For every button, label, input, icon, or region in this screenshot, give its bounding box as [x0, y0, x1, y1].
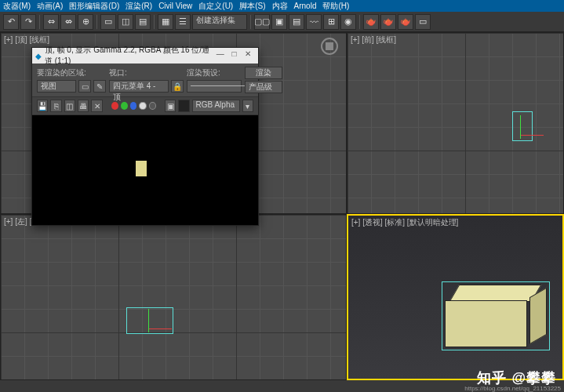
render-window-titlebar[interactable]: ◆ 顶, 帧 0, 显示 Gamma 2.2, RGBA 颜色 16 位/通道 … — [32, 48, 258, 64]
render-frame-icon[interactable]: 🫖 — [380, 14, 396, 30]
area-label: 要渲染的区域: — [37, 67, 106, 78]
toggle-overlay-icon[interactable]: ▣ — [165, 100, 176, 112]
bind-icon[interactable]: ⊕ — [78, 14, 93, 30]
save-icon[interactable]: 💾 — [37, 100, 48, 112]
separator — [96, 15, 97, 29]
layer-icon[interactable]: ▤ — [289, 14, 304, 30]
wireframe-box[interactable] — [512, 111, 533, 141]
alpha-channel-icon[interactable] — [139, 102, 146, 110]
menu-item[interactable]: 动画(A) — [37, 1, 63, 12]
separator — [154, 15, 155, 29]
redo-icon[interactable]: ↷ — [20, 14, 36, 30]
x-axis-icon — [520, 135, 544, 136]
menu-item[interactable]: 脚本(S) — [239, 1, 265, 12]
menu-item[interactable]: 改器(M) — [3, 1, 31, 12]
link-icon[interactable]: ⇔ — [43, 14, 59, 30]
region-icon[interactable]: ▭ — [78, 80, 91, 93]
graph-icon[interactable]: ⊞ — [323, 14, 339, 30]
y-axis-icon — [520, 115, 521, 139]
preset-label: 渲染预设: — [187, 67, 242, 78]
list-icon[interactable]: ☰ — [175, 14, 191, 30]
menu-bar: 改器(M) 动画(A) 图形编辑器(D) 渲染(R) Civil View 自定… — [0, 0, 564, 12]
filter-icon[interactable]: ▦ — [158, 14, 173, 30]
menu-item[interactable]: 自定义(U) — [198, 1, 233, 12]
render-setup-icon[interactable]: 🫖 — [363, 14, 379, 30]
undo-icon[interactable]: ↶ — [3, 14, 19, 30]
copy-icon[interactable]: ⎘ — [50, 100, 61, 112]
viewport-dropdown[interactable]: 四元菜单 4 - 顶 — [109, 80, 169, 93]
unlink-icon[interactable]: ⇎ — [60, 14, 76, 30]
render-output-view[interactable] — [32, 115, 258, 225]
rendered-box — [136, 161, 147, 176]
selection-set-dropdown[interactable]: 创建选择集 — [192, 14, 247, 30]
crossing-icon[interactable]: ▤ — [135, 14, 151, 30]
box-object[interactable] — [445, 285, 547, 347]
channel-config-icon[interactable]: ▾ — [242, 100, 253, 112]
menu-item[interactable]: Civil View — [158, 2, 192, 10]
viewport-perspective[interactable]: [+] [透视] [标准] [默认明暗处理] — [347, 214, 564, 380]
area-dropdown[interactable]: 视图 — [37, 80, 76, 93]
separator — [39, 15, 40, 29]
menu-item[interactable]: 帮助(H) — [322, 1, 349, 12]
watermark-url: https://blog.csdn.net/qq_21153225 — [464, 385, 561, 392]
red-channel-icon[interactable] — [111, 102, 118, 110]
separator — [359, 15, 360, 29]
select-icon[interactable]: ▭ — [100, 14, 116, 30]
print-icon[interactable]: 🖶 — [78, 100, 89, 112]
render-options-row: 要渲染的区域: 视图 ▭ ✎ 视口: 四元菜单 4 - 顶 🔒 渲染预设: ——… — [32, 64, 258, 96]
window-icon[interactable]: ◫ — [118, 14, 133, 30]
render-button[interactable]: 渲染 — [245, 67, 282, 79]
render-window: ◆ 顶, 帧 0, 显示 Gamma 2.2, RGBA 颜色 16 位/通道 … — [31, 47, 259, 226]
menu-item[interactable]: Arnold — [294, 2, 317, 10]
viewport-left[interactable]: [+] [左] [线框] — [0, 214, 347, 380]
close-button[interactable]: ✕ — [241, 49, 255, 62]
edit-region-icon[interactable]: ✎ — [93, 80, 106, 93]
mirror-icon[interactable]: ▢▢ — [254, 14, 270, 30]
curve-icon[interactable]: 〰 — [306, 14, 322, 30]
viewport-label[interactable]: [+] [透视] [标准] [默认明暗处理] — [351, 217, 458, 228]
menu-item[interactable]: 内容 — [272, 1, 288, 12]
clear-icon[interactable]: ✕ — [91, 100, 102, 112]
grid-major — [1, 215, 346, 379]
menu-item[interactable]: 渲染(R) — [126, 1, 152, 12]
y-axis-icon — [148, 309, 149, 332]
maximize-button[interactable]: □ — [227, 49, 242, 62]
x-axis-icon — [148, 328, 172, 329]
wireframe-box[interactable] — [126, 307, 173, 334]
production-dropdown[interactable]: 产品级 — [245, 81, 282, 93]
alpha-dropdown[interactable]: RGB Alpha — [192, 100, 240, 112]
render-toolbar: 💾 ⎘ ◫ 🖶 ✕ ▣ RGB Alpha ▾ — [32, 96, 258, 115]
viewport-front[interactable]: [+] [前] [线框] — [347, 32, 564, 214]
blue-channel-icon[interactable] — [130, 102, 137, 110]
material-icon[interactable]: ◉ — [340, 14, 356, 30]
viewport-label[interactable]: [+] [前] [线框] — [351, 34, 396, 45]
green-channel-icon[interactable] — [121, 102, 128, 110]
preset-dropdown[interactable]: ———————— — [187, 80, 242, 93]
menu-item[interactable]: 图形编辑器(D) — [69, 1, 119, 12]
render-prod-icon[interactable]: ▭ — [415, 14, 431, 30]
clone-icon[interactable]: ◫ — [64, 100, 75, 112]
viewport-label: 视口: — [109, 67, 184, 78]
swatch-icon[interactable] — [178, 100, 189, 112]
separator — [250, 15, 251, 29]
main-toolbar: ↶ ↷ ⇔ ⇎ ⊕ ▭ ◫ ▤ ▦ ☰ 创建选择集 ▢▢ ▣ ▤ 〰 ⊞ ◉ 🫖… — [0, 12, 564, 32]
mono-channel-icon[interactable] — [149, 102, 156, 110]
viewport-label[interactable]: [+] [顶] [线框] — [4, 34, 49, 45]
selection-bounds — [442, 281, 550, 350]
align-icon[interactable]: ▣ — [271, 14, 287, 30]
viewcube-icon[interactable] — [321, 38, 338, 55]
lock-icon[interactable]: 🔒 — [171, 80, 184, 93]
app-icon: ◆ — [35, 52, 42, 60]
render-icon[interactable]: 🫖 — [398, 14, 413, 30]
render-window-title: 顶, 帧 0, 显示 Gamma 2.2, RGBA 颜色 16 位/通道 (1… — [45, 45, 213, 67]
minimize-button[interactable]: — — [213, 49, 227, 62]
